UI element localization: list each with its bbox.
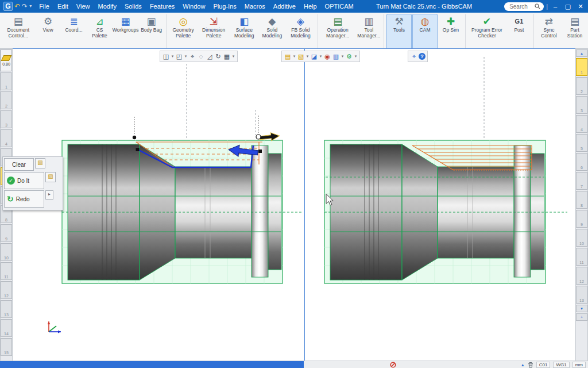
ribbon-button[interactable]: ▣ Body Bag (139, 14, 167, 49)
ribbon-button[interactable]: G1 Post (506, 14, 534, 49)
tool-slot[interactable]: 9 (1, 224, 12, 242)
workgroup-badge[interactable]: WG1 (553, 362, 569, 368)
toolbar-icon[interactable]: ◫ (162, 52, 170, 61)
ribbon-button[interactable]: ▤ Part Station (562, 14, 587, 49)
ribbon-button[interactable]: ◎ Geometry Palette (169, 14, 198, 49)
menu-item[interactable]: Plug-Ins (209, 0, 240, 13)
do-it-button[interactable]: ✓ Do It (4, 172, 44, 189)
tool-slot[interactable]: 3 (1, 110, 12, 128)
path-node[interactable] (258, 150, 262, 153)
operation-slot[interactable]: 8 (576, 191, 587, 209)
operation-slot[interactable]: 5 (576, 134, 587, 152)
ribbon-button[interactable]: ▤ Operation Manager... (320, 14, 355, 49)
toolbar-icon[interactable]: ◿ (206, 52, 214, 61)
toolbar-icon[interactable]: ▧ (297, 52, 305, 61)
coordinate-system-badge[interactable]: C01 (536, 362, 551, 368)
toolbar-icon[interactable]: ? (419, 53, 425, 60)
path-end-point[interactable] (256, 135, 261, 139)
toolbar-icon[interactable]: ▾ (231, 52, 235, 61)
toolbar-icon[interactable]: ▾ (354, 52, 358, 61)
toolbar-icon[interactable]: ◉ (323, 52, 331, 61)
ribbon-button[interactable]: ⚙ View (36, 14, 61, 49)
operation-slot[interactable]: 7 (576, 172, 587, 190)
toolbar-icon[interactable]: ▾ (341, 52, 345, 61)
operation-slot[interactable]: 10 (576, 229, 587, 247)
ribbon-button[interactable]: ▦ Workgroups (113, 14, 138, 49)
ribbon-button[interactable]: ⇄ Sync Control (536, 14, 562, 49)
ribbon-button[interactable]: ▥ Tool Manager... (355, 14, 384, 49)
maximize-button[interactable]: ▢ (563, 0, 573, 13)
toolbar-icon[interactable]: ▾ (305, 52, 310, 61)
quick-access-caret-icon[interactable]: ▾ (29, 2, 32, 10)
tool-slot[interactable]: 14 (1, 319, 12, 337)
viewport[interactable]: ◫▾◰▾⌖◌◿↻▦▾ ▤▾▧▾◪▾◉▥▾⚙▾ ⌖? (13, 48, 575, 361)
operation-slot[interactable]: 2 (576, 77, 587, 95)
units-badge[interactable]: mm (572, 362, 586, 368)
operation-slot[interactable]: 1 (576, 58, 587, 76)
redo-icon[interactable]: ↷ (22, 2, 28, 10)
toolbar-icon[interactable]: ⚙ (345, 52, 353, 61)
flow-folder-icon[interactable]: ▧ (35, 158, 45, 168)
toolbar-icon[interactable]: ▾ (184, 52, 188, 61)
modeling-canvas[interactable] (13, 49, 575, 362)
up-arrow-icon[interactable]: ▲ (521, 363, 525, 367)
operation-slot[interactable]: 9 (576, 210, 587, 228)
toolbar-icon[interactable]: ◪ (310, 52, 318, 61)
menu-item[interactable]: Edit (53, 0, 72, 13)
ribbon-button[interactable]: ✔ Program Error Checker (468, 14, 506, 49)
toolbar-icon[interactable]: ▥ (332, 52, 340, 61)
menu-item[interactable]: Features (146, 0, 179, 13)
toolbar-icon[interactable]: ▤ (284, 52, 292, 61)
menu-item[interactable]: File (35, 0, 53, 13)
tool-slot[interactable]: 10 (1, 243, 12, 261)
operation-slot[interactable]: 3 (576, 96, 587, 114)
operation-slot[interactable]: 11 (576, 248, 587, 266)
toolbar-icon[interactable]: ⌖ (188, 52, 196, 61)
clear-button[interactable]: Clear (4, 158, 34, 171)
menu-item[interactable]: OPTICAM (321, 0, 358, 13)
search-input[interactable] (508, 3, 535, 10)
menu-item[interactable]: Window (179, 0, 209, 13)
menu-item[interactable]: Help (300, 0, 321, 13)
toolbar-icon[interactable]: ▾ (171, 52, 175, 61)
toolbar-icon[interactable]: ⌖ (410, 52, 418, 61)
tool-slot[interactable]: 12 (1, 281, 12, 299)
toolbar-icon[interactable]: ◌ (197, 52, 205, 61)
search-box[interactable] (504, 2, 544, 11)
tool-slot[interactable]: 13 (1, 300, 12, 318)
operation-slot[interactable]: 12 (576, 267, 587, 285)
ribbon-button[interactable]: ⊿ CS Palette (87, 14, 113, 49)
flow-folder-icon[interactable]: ▧ (45, 172, 56, 182)
tool-slot[interactable]: 11 (1, 262, 12, 280)
ribbon-button[interactable]: ⚒ Tools (386, 14, 412, 49)
ribbon-button[interactable]: ▤ Document Control... (2, 14, 35, 49)
operation-slot[interactable]: 4 (576, 115, 587, 133)
menu-item[interactable]: View (72, 0, 94, 13)
strip-scroll-up-button[interactable]: ▴ (576, 49, 587, 57)
toolbar-icon[interactable]: ▾ (319, 52, 323, 61)
close-button[interactable]: ✕ (575, 0, 586, 13)
strip-scroll-down-button[interactable]: ▾ (576, 305, 587, 312)
minimize-button[interactable]: – (550, 0, 560, 13)
redo-button[interactable]: ↻ Redo (4, 190, 44, 208)
menu-item[interactable]: Modify (94, 0, 121, 13)
toolbar-icon[interactable]: ▾ (292, 52, 296, 61)
ribbon-button[interactable]: ◆ Solid Modeling (260, 14, 285, 49)
toolbar-icon[interactable]: ↻ (214, 52, 222, 61)
tool-slot[interactable]: 4 (1, 129, 12, 147)
ribbon-button[interactable]: ⇲ Dimension Palette (199, 14, 229, 49)
toolbar-icon[interactable]: ▦ (223, 52, 231, 61)
active-tool-tile[interactable]: 0.80 (1, 49, 12, 71)
strip-add-button[interactable]: + (576, 313, 587, 321)
menu-item[interactable]: Macros (241, 0, 269, 13)
ribbon-button[interactable]: ◍ CAM (412, 14, 438, 49)
menu-item[interactable]: Solids (121, 0, 146, 13)
menu-item[interactable]: Additive (269, 0, 300, 13)
trash-icon[interactable] (528, 362, 533, 368)
tool-slot[interactable]: 1 (1, 72, 12, 90)
palette-expand-icon[interactable]: ▸ (45, 190, 53, 200)
ribbon-button[interactable]: ≣ Coord... (61, 14, 87, 49)
toolbar-icon[interactable]: ◰ (175, 52, 183, 61)
path-node[interactable] (136, 148, 140, 151)
app-icon[interactable]: G (3, 2, 13, 11)
